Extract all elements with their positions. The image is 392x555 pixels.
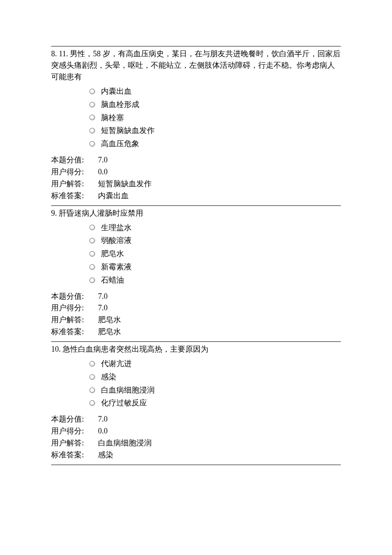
option-label: 内囊出血 (101, 85, 132, 98)
radio-icon[interactable] (89, 374, 95, 380)
summary-score-label: 本题分值: (51, 291, 98, 303)
option-row: 肥皂水 (89, 248, 341, 260)
question-body: 肝昏迷病人灌肠时应禁用 (59, 209, 143, 217)
question-number: 8. (51, 49, 57, 58)
radio-icon[interactable] (89, 400, 95, 406)
summary-row-score: 本题分值: 7.0 (51, 413, 341, 425)
summary-score-label: 本题分值: (51, 154, 98, 166)
summary-row-score: 本题分值: 7.0 (51, 291, 341, 303)
radio-icon[interactable] (89, 115, 95, 120)
summary-row-user-score: 用户得分: 0.0 (51, 425, 341, 437)
option-row: 脑血栓形成 (89, 98, 341, 111)
option-row: 生理盐水 (89, 222, 341, 234)
option-label: 生理盐水 (101, 222, 132, 234)
option-row: 短暂脑缺血发作 (89, 124, 341, 137)
option-label: 新霉素液 (101, 261, 132, 273)
summary-user-answer-label: 用户解答: (51, 314, 98, 326)
option-label: 弱酸溶液 (101, 234, 132, 247)
divider (51, 465, 341, 465)
summary-row-standard-answer: 标准答案: 肥皂水 (51, 326, 341, 338)
option-row: 弱酸溶液 (89, 234, 341, 247)
option-row: 白血病细胞浸润 (89, 384, 341, 396)
radio-icon[interactable] (89, 278, 95, 283)
divider (51, 341, 341, 342)
option-row: 脑栓塞 (89, 112, 341, 124)
summary-row-user-score: 用户得分: 7.0 (51, 302, 341, 314)
summary-score-label: 本题分值: (51, 413, 98, 425)
question-options: 内囊出血 脑血栓形成 脑栓塞 短暂脑缺血发作 高血压危象 (89, 85, 341, 150)
option-row: 化疗过敏反应 (89, 397, 341, 409)
summary-row-user-score: 用户得分: 0.0 (51, 166, 341, 178)
option-label: 肥皂水 (101, 248, 124, 260)
radio-icon[interactable] (89, 102, 95, 107)
question-9: 9. 肝昏迷病人灌肠时应禁用 生理盐水 弱酸溶液 肥皂水 新霉素液 石蜡油 本题… (51, 208, 341, 338)
summary-user-score-label: 用户得分: (51, 302, 98, 314)
summary-score-value: 7.0 (98, 291, 341, 303)
option-row: 新霉素液 (89, 261, 341, 273)
option-label: 感染 (101, 371, 116, 383)
summary-user-answer-value: 白血病细胞浸润 (98, 437, 341, 449)
question-summary: 本题分值: 7.0 用户得分: 0.0 用户解答: 白血病细胞浸润 标准答案: … (51, 413, 341, 461)
summary-row-user-answer: 用户解答: 白血病细胞浸润 (51, 437, 341, 449)
radio-icon[interactable] (89, 225, 95, 230)
summary-user-score-value: 0.0 (98, 166, 341, 178)
question-summary: 本题分值: 7.0 用户得分: 7.0 用户解答: 肥皂水 标准答案: 肥皂水 (51, 291, 341, 338)
option-row: 感染 (89, 371, 341, 383)
option-label: 化疗过敏反应 (101, 397, 147, 409)
option-row: 代谢亢进 (89, 358, 341, 370)
summary-user-answer-value: 短暂脑缺血发作 (98, 178, 341, 190)
radio-icon[interactable] (89, 251, 95, 257)
summary-standard-answer-value: 感染 (98, 449, 341, 461)
question-summary: 本题分值: 7.0 用户得分: 0.0 用户解答: 短暂脑缺血发作 标准答案: … (51, 154, 341, 202)
question-options: 代谢亢进 感染 白血病细胞浸润 化疗过敏反应 (89, 358, 341, 409)
radio-icon[interactable] (89, 264, 95, 270)
option-row: 石蜡油 (89, 274, 341, 286)
question-text: 8. 11. 男性，58 岁，有高血压病史，某日，在与朋友共进晚餐时，饮白酒半斤… (51, 48, 341, 83)
question-body: 急性白血病患者突然出现高热，主要原因为 (63, 345, 208, 353)
radio-icon[interactable] (89, 387, 95, 393)
summary-user-answer-label: 用户解答: (51, 437, 98, 449)
question-text: 9. 肝昏迷病人灌肠时应禁用 (51, 208, 341, 219)
option-row: 内囊出血 (89, 85, 341, 98)
option-label: 脑血栓形成 (101, 98, 139, 111)
option-label: 白血病细胞浸润 (101, 384, 155, 396)
summary-user-score-label: 用户得分: (51, 425, 98, 437)
summary-row-standard-answer: 标准答案: 感染 (51, 449, 341, 461)
option-label: 代谢亢进 (101, 358, 132, 370)
option-label: 高血压危象 (101, 138, 139, 150)
summary-row-user-answer: 用户解答: 短暂脑缺血发作 (51, 178, 341, 190)
summary-standard-answer-label: 标准答案: (51, 449, 98, 461)
summary-score-value: 7.0 (98, 154, 341, 166)
summary-score-value: 7.0 (98, 413, 341, 425)
option-label: 石蜡油 (101, 274, 124, 286)
option-label: 短暂脑缺血发作 (101, 124, 155, 137)
question-number: 10. (51, 345, 61, 353)
summary-standard-answer-label: 标准答案: (51, 326, 98, 338)
summary-standard-answer-value: 肥皂水 (98, 326, 341, 338)
summary-user-answer-label: 用户解答: (51, 178, 98, 190)
radio-icon[interactable] (89, 89, 95, 94)
option-label: 脑栓塞 (101, 112, 124, 124)
summary-row-standard-answer: 标准答案: 内囊出血 (51, 190, 341, 202)
divider (51, 46, 341, 46)
radio-icon[interactable] (89, 141, 95, 147)
radio-icon[interactable] (89, 128, 95, 133)
question-options: 生理盐水 弱酸溶液 肥皂水 新霉素液 石蜡油 (89, 222, 341, 286)
radio-icon[interactable] (89, 361, 95, 367)
summary-user-score-value: 7.0 (98, 302, 341, 314)
radio-icon[interactable] (89, 238, 95, 243)
question-number: 9. (51, 209, 57, 217)
summary-standard-answer-label: 标准答案: (51, 190, 98, 202)
summary-user-score-value: 0.0 (98, 425, 341, 437)
summary-row-score: 本题分值: 7.0 (51, 154, 341, 166)
option-row: 高血压危象 (89, 138, 341, 150)
question-text: 10. 急性白血病患者突然出现高热，主要原因为 (51, 344, 341, 355)
question-10: 10. 急性白血病患者突然出现高热，主要原因为 代谢亢进 感染 白血病细胞浸润 … (51, 344, 341, 461)
question-8: 8. 11. 男性，58 岁，有高血压病史，某日，在与朋友共进晚餐时，饮白酒半斤… (51, 48, 341, 202)
summary-user-answer-value: 肥皂水 (98, 314, 341, 326)
summary-user-score-label: 用户得分: (51, 166, 98, 178)
summary-row-user-answer: 用户解答: 肥皂水 (51, 314, 341, 326)
question-body: 11. 男性，58 岁，有高血压病史，某日，在与朋友共进晚餐时，饮白酒半斤，回家… (51, 49, 340, 81)
divider (51, 205, 341, 206)
summary-standard-answer-value: 内囊出血 (98, 190, 341, 202)
